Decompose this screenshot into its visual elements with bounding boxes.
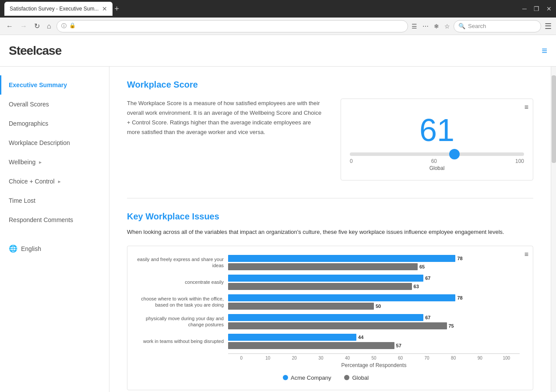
- legend-acme-label: Acme Company: [291, 374, 331, 381]
- logo: Steelcase: [9, 44, 61, 58]
- nav-bar: ← → ↻ ⌂ ⓘ 🔒 ☰ ⋯ ❄ ☆ 🔍 Search ☰: [0, 18, 556, 35]
- globe-icon: 🌐: [9, 244, 18, 253]
- chevron-right-icon: ►: [57, 179, 62, 184]
- bar-row: physically move during your day and chan…: [132, 314, 520, 329]
- hamburger-menu-button[interactable]: ☰: [545, 21, 552, 31]
- chevron-right-icon: ►: [38, 160, 42, 165]
- app-header: Steelcase ≡: [0, 35, 556, 67]
- sidebar-item-label: Respondent Comments: [9, 216, 73, 223]
- app-layout: Executive Summary Overall Scores Demogra…: [0, 35, 556, 392]
- maximize-button[interactable]: ❐: [534, 5, 539, 12]
- sidebar: Executive Summary Overall Scores Demogra…: [0, 67, 109, 392]
- sidebar-item-overall-scores[interactable]: Overall Scores: [0, 95, 109, 114]
- sidebar-item-respondent-comments[interactable]: Respondent Comments: [0, 210, 109, 230]
- x-axis-tick: 0: [228, 356, 255, 360]
- score-number: 61: [350, 112, 524, 148]
- legend-global: Global: [344, 374, 369, 381]
- browser-chrome: Satisfaction Survey - Executive Sum... ✕…: [0, 0, 556, 18]
- score-min-label: 0: [350, 158, 353, 164]
- back-button[interactable]: ←: [4, 21, 15, 32]
- workplace-score-section: Workplace Score The Workplace Score is a…: [127, 80, 533, 180]
- chart-legend: Acme Company Global: [132, 374, 520, 381]
- bar-label: work in teams without being disrupted: [132, 338, 228, 344]
- legend-dot-acme: [283, 375, 288, 380]
- sidebar-item-label: Workplace Description: [9, 139, 70, 146]
- x-axis-tick: 90: [467, 356, 493, 360]
- tab-bar: Satisfaction Survey - Executive Sum... ✕…: [4, 2, 119, 16]
- sidebar-item-label: Executive Summary: [9, 81, 67, 88]
- active-tab[interactable]: Satisfaction Survey - Executive Sum... ✕: [4, 2, 113, 16]
- x-axis-tick: 30: [308, 356, 334, 360]
- pocket-icon[interactable]: ❄: [434, 23, 439, 30]
- bar-row: easily and freely express and share your…: [132, 255, 520, 270]
- legend-global-label: Global: [352, 374, 369, 381]
- x-axis-tick: 60: [387, 356, 414, 360]
- sidebar-item-label: Demographics: [9, 120, 48, 127]
- sidebar-item-label: Overall Scores: [9, 101, 49, 108]
- sidebar-item-label: Time Lost: [9, 197, 35, 204]
- reload-button[interactable]: ↻: [32, 20, 42, 32]
- address-icons: ⓘ 🔒: [61, 22, 76, 30]
- kwi-description: When looking across all of the variables…: [127, 228, 533, 237]
- reader-icon[interactable]: ☰: [412, 23, 417, 30]
- sidebar-item-demographics[interactable]: Demographics: [0, 114, 109, 133]
- lock-icon: 🔒: [69, 22, 76, 30]
- bar-chart: easily and freely express and share your…: [132, 255, 520, 368]
- score-slider-track: [350, 152, 524, 156]
- search-icon: 🔍: [458, 23, 465, 29]
- sidebar-item-executive-summary[interactable]: Executive Summary: [0, 75, 109, 95]
- home-button[interactable]: ⌂: [45, 21, 53, 32]
- section-divider: [127, 198, 533, 198]
- x-axis-tick: 40: [334, 356, 361, 360]
- sidebar-language-selector[interactable]: 🌐 English: [0, 238, 109, 259]
- x-axis-title: Percentage of Respondents: [228, 362, 520, 368]
- scrollbar-thumb[interactable]: [552, 75, 556, 163]
- sidebar-item-choice-control[interactable]: Choice + Control ►: [0, 172, 109, 191]
- x-axis-tick: 20: [281, 356, 308, 360]
- minimize-button[interactable]: ─: [522, 5, 527, 12]
- score-display: ≡ 61 0 60 100 Global: [341, 99, 533, 180]
- bar-chart-container: ≡ easily and freely express and share yo…: [127, 246, 533, 390]
- bar-label: choose where to work within the office, …: [132, 296, 228, 308]
- sidebar-item-wellbeing[interactable]: Wellbeing ►: [0, 152, 109, 172]
- bar-label: easily and freely express and share your…: [132, 256, 228, 269]
- dots-icon[interactable]: ⋯: [422, 23, 429, 30]
- sidebar-item-label: Wellbeing: [9, 159, 35, 166]
- info-icon: ⓘ: [61, 22, 67, 30]
- new-tab-button[interactable]: +: [114, 4, 119, 14]
- x-axis-tick: 70: [414, 356, 440, 360]
- sidebar-item-label: Choice + Control: [9, 178, 55, 185]
- score-global-label: Global: [350, 165, 524, 171]
- search-placeholder: Search: [468, 23, 486, 29]
- bar-row: choose where to work within the office, …: [132, 294, 520, 310]
- scrollbar[interactable]: [551, 67, 556, 392]
- address-bar[interactable]: ⓘ 🔒: [56, 20, 408, 32]
- score-slider-thumb: [449, 149, 460, 159]
- x-axis: 0102030405060708090100: [228, 353, 520, 360]
- legend-dot-global: [344, 375, 349, 380]
- score-mid-label: 60: [431, 158, 437, 164]
- score-layout: The Workplace Score is a measure of how …: [127, 99, 533, 180]
- score-labels: 0 60 100: [350, 158, 524, 164]
- x-axis-tick: 80: [440, 356, 467, 360]
- legend-acme: Acme Company: [283, 374, 331, 381]
- close-button[interactable]: ✕: [546, 5, 552, 12]
- x-axis-tick: 50: [361, 356, 387, 360]
- search-bar[interactable]: 🔍 Search: [454, 20, 541, 32]
- bar-label: physically move during your day and chan…: [132, 315, 228, 328]
- key-workplace-issues-section: Key Workplace Issues When looking across…: [127, 212, 533, 390]
- chart-menu-button[interactable]: ≡: [524, 251, 528, 258]
- tab-title: Satisfaction Survey - Executive Sum...: [10, 6, 99, 12]
- bar-label: concentrate easily: [132, 279, 228, 285]
- sidebar-item-workplace-description[interactable]: Workplace Description: [0, 133, 109, 152]
- score-chart-menu-button[interactable]: ≡: [524, 103, 528, 111]
- workplace-score-title: Workplace Score: [127, 80, 533, 90]
- forward-button[interactable]: →: [18, 21, 29, 32]
- nav-icons: ☰ ⋯ ❄ ☆: [412, 23, 450, 30]
- score-description: The Workplace Score is a measure of how …: [127, 99, 323, 137]
- sidebar-item-time-lost[interactable]: Time Lost: [0, 191, 109, 210]
- tab-close-button[interactable]: ✕: [102, 5, 107, 12]
- main-content: Workplace Score The Workplace Score is a…: [109, 67, 551, 392]
- header-menu-button[interactable]: ≡: [542, 45, 547, 57]
- star-icon[interactable]: ☆: [444, 23, 450, 30]
